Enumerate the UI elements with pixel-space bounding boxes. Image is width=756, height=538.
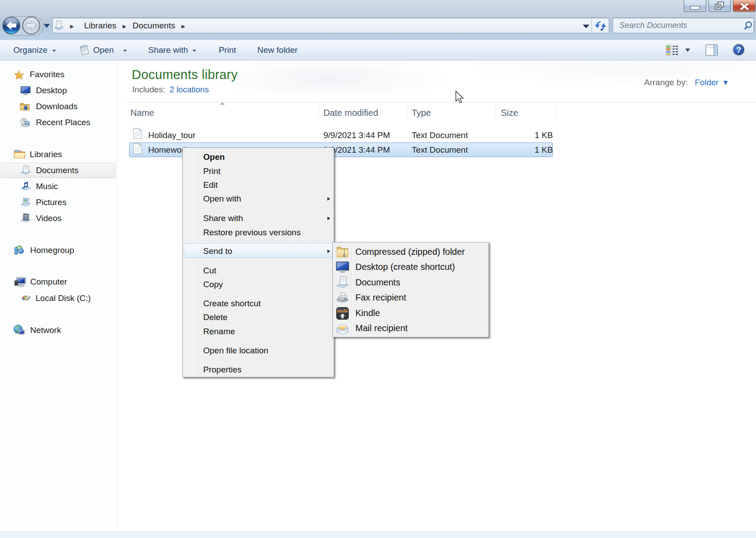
svg-text:?: ? — [736, 45, 741, 55]
svg-text:kindle: kindle — [337, 309, 348, 313]
